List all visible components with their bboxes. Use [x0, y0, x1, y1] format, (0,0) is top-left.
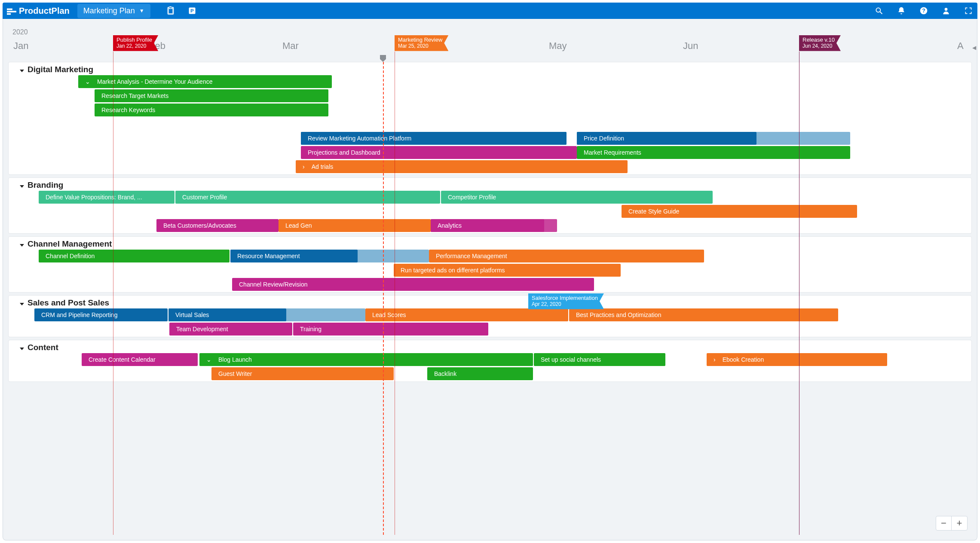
timeline-bar[interactable]: CRM and Pipeline Reporting — [34, 308, 168, 321]
lane-title: Content — [28, 343, 58, 352]
milestone-flag[interactable]: Salesforce ImplementationApr 22, 2020 — [528, 293, 604, 309]
timeline-bar[interactable]: Create Content Calendar — [82, 353, 198, 366]
lane-header[interactable]: Channel Management — [9, 237, 971, 250]
plan-dropdown[interactable]: Marketing Plan ▼ — [77, 4, 150, 18]
chevron-down-icon: ⌄ — [85, 78, 90, 85]
zoom-in-button[interactable]: + — [952, 516, 967, 530]
today-marker-handle[interactable] — [380, 55, 386, 62]
lane-header[interactable]: Digital Marketing — [9, 62, 971, 75]
timeline-bar[interactable]: ⌄Market Analysis - Determine Your Audien… — [78, 75, 332, 88]
lane-title: Digital Marketing — [28, 65, 93, 74]
app-name: ProductPlan — [19, 6, 70, 16]
milestone-date: Apr 22, 2020 — [532, 302, 598, 308]
svg-point-5 — [876, 8, 880, 12]
month-label: A — [957, 40, 964, 52]
bar-label: Team Development — [176, 326, 228, 333]
bar-label: Lead Gen — [285, 222, 312, 229]
timeline-bar[interactable]: Guest Writer — [211, 367, 394, 380]
bar-label: Lead Scores — [372, 311, 406, 318]
zoom-out-button[interactable]: − — [936, 516, 952, 530]
timeline-bar[interactable]: Training — [293, 323, 488, 336]
chevron-down-icon — [19, 345, 25, 351]
bar-label: Beta Customers/Advocates — [163, 222, 236, 229]
timeline-bar[interactable]: Virtual Sales — [168, 308, 286, 321]
timeline-bar[interactable]: Projections and Dashboard — [301, 146, 577, 159]
bar-label: Ad trials — [312, 163, 334, 170]
chevron-down-icon: ⌄ — [206, 356, 211, 363]
year-label: 2020 — [12, 28, 28, 36]
timeline-bar[interactable]: Best Practices and Optimization — [569, 308, 838, 321]
milestone-flag[interactable]: Marketing ReviewMar 25, 2020 — [395, 35, 448, 51]
timeline-bar[interactable]: Price Definition — [577, 132, 756, 145]
help-icon[interactable]: ? — [919, 6, 928, 15]
timeline-bar[interactable]: Team Development — [169, 323, 292, 336]
bar-label: Create Style Guide — [628, 208, 679, 215]
bar-label: Virtual Sales — [175, 311, 209, 318]
timeline-bar[interactable]: ›Ebook Creation — [707, 353, 887, 366]
bar-label: Backlink — [434, 370, 456, 377]
user-icon[interactable] — [941, 6, 951, 15]
timeline-bar[interactable]: Customer Profile — [175, 191, 440, 204]
bar-label: Run targeted ads on different platforms — [401, 267, 505, 274]
timeline-bar[interactable]: Beta Customers/Advocates — [156, 219, 279, 232]
collapse-panel-icon[interactable]: ◀ — [972, 45, 976, 51]
parking-icon[interactable]: P — [187, 6, 197, 15]
milestone-flag[interactable]: Release v.10Jun 24, 2020 — [799, 35, 841, 51]
lane-group: Channel ManagementChannel DefinitionReso… — [8, 236, 972, 293]
timeline-bar[interactable]: Research Target Markets — [95, 89, 328, 102]
timeline-bar[interactable]: Lead Scores — [365, 308, 568, 321]
timeline-bar[interactable]: Set up social channels — [534, 353, 665, 366]
timeline-bar[interactable]: Lead Gen — [279, 219, 431, 232]
milestone-title: Release v.10 — [802, 37, 835, 43]
timeline-bar[interactable]: Analytics — [431, 219, 544, 232]
milestone-date: Jun 24, 2020 — [802, 43, 835, 49]
svg-text:P: P — [190, 8, 194, 13]
timeline-bar[interactable]: Competitor Profile — [441, 191, 713, 204]
svg-line-6 — [880, 12, 882, 14]
bar-label: Research Keywords — [101, 107, 155, 113]
fullscreen-icon[interactable] — [964, 6, 973, 15]
lane-group: ContentCreate Content Calendar⌄Blog Laun… — [8, 340, 972, 382]
timeline-bar[interactable]: Market Requirements — [577, 146, 850, 159]
timeline-bar[interactable]: Define Value Propositions: Brand, ... — [39, 191, 175, 204]
bar-label: Channel Review/Revision — [239, 281, 308, 288]
bar-label: Blog Launch — [218, 356, 252, 363]
bar-label: Research Target Markets — [101, 92, 168, 99]
caret-down-icon: ▼ — [139, 8, 144, 14]
lane-header[interactable]: Branding — [9, 178, 971, 191]
timeline-bar[interactable]: Backlink — [427, 367, 533, 380]
bar-label: Best Practices and Optimization — [576, 311, 661, 318]
svg-point-9 — [945, 8, 948, 11]
timeline-bar[interactable]: ⌄Blog Launch — [199, 353, 533, 366]
timeline-bar[interactable]: Create Style Guide — [622, 205, 857, 218]
milestone-title: Salesforce Implementation — [532, 295, 598, 302]
timeline-bar[interactable]: Channel Definition — [39, 250, 230, 262]
lane-title: Channel Management — [28, 239, 112, 249]
bar-label: CRM and Pipeline Reporting — [41, 311, 117, 318]
timeline-bar[interactable]: Performance Management — [429, 250, 704, 262]
lane-group: Digital Marketing⌄Market Analysis - Dete… — [8, 62, 972, 175]
timeline-bar[interactable]: Research Keywords — [95, 104, 328, 116]
svg-rect-0 — [7, 9, 12, 10]
bar-label: Customer Profile — [182, 194, 227, 201]
milestone-flag[interactable]: Publish ProfileJan 22, 2020 — [113, 35, 158, 51]
bar-label: Performance Management — [436, 253, 507, 259]
clipboard-icon[interactable] — [166, 6, 175, 15]
lane-header[interactable]: Content — [9, 340, 971, 353]
bar-label: Training — [300, 326, 322, 333]
bar-label: Review Marketing Automation Platform — [308, 135, 411, 142]
zoom-controls: − + — [936, 516, 968, 531]
search-icon[interactable] — [874, 6, 884, 15]
chevron-down-icon — [19, 67, 25, 73]
timeline-bar[interactable]: Channel Review/Revision — [232, 278, 594, 291]
timeline-bar[interactable]: ›Ad trials — [296, 160, 628, 173]
bell-icon[interactable] — [897, 6, 906, 15]
bar-label: Create Content Calendar — [89, 356, 156, 363]
timeline-bar[interactable]: Resource Management — [230, 250, 358, 262]
timeline-bar[interactable]: Run targeted ads on different platforms — [394, 264, 621, 277]
timeline-bar[interactable]: Review Marketing Automation Platform — [301, 132, 567, 145]
month-label: Jun — [683, 40, 698, 52]
lane-title: Sales and Post Sales — [28, 298, 109, 308]
app-logo[interactable]: ProductPlan — [7, 6, 70, 16]
lane-header[interactable]: Sales and Post Sales — [9, 296, 971, 308]
